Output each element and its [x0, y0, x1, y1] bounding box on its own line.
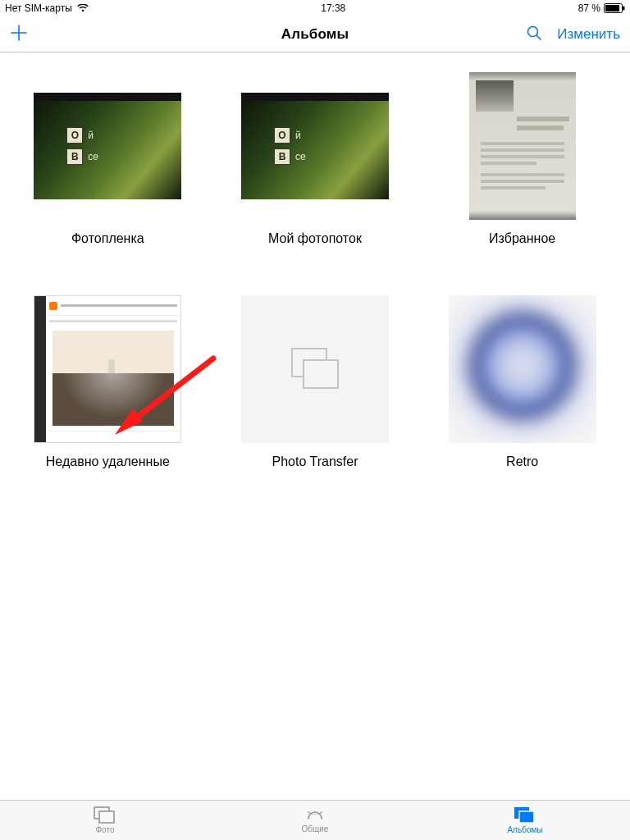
svg-rect-12 — [519, 811, 534, 823]
album-camera-roll[interactable]: Ой Все Фотопленка — [33, 72, 183, 246]
album-favorites[interactable]: Избранное — [447, 72, 597, 246]
album-thumbnail — [34, 295, 181, 443]
album-photo-transfer[interactable]: Photo Transfer — [240, 295, 390, 469]
album-name: Retro — [506, 454, 538, 469]
add-button[interactable] — [10, 23, 28, 46]
svg-rect-2 — [623, 7, 625, 11]
album-photo-stream[interactable]: Ой Все Мой фотопоток — [240, 72, 390, 246]
tab-label: Фото — [96, 825, 115, 834]
album-thumbnail — [241, 295, 389, 443]
album-name: Фотопленка — [71, 231, 144, 246]
svg-rect-6 — [304, 360, 338, 388]
album-thumbnail — [449, 72, 596, 220]
album-name: Photo Transfer — [272, 454, 358, 469]
album-retro[interactable]: Retro — [447, 295, 597, 469]
status-right: 87 % — [578, 2, 625, 14]
tab-photos[interactable]: Фото — [0, 801, 210, 840]
svg-rect-10 — [99, 811, 114, 823]
tab-shared[interactable]: Общие — [210, 801, 420, 840]
tab-albums[interactable]: Альбомы — [420, 801, 630, 840]
wifi-icon — [77, 4, 89, 12]
edit-button[interactable]: Изменить — [557, 26, 620, 43]
svg-rect-1 — [605, 5, 619, 11]
nav-left — [10, 23, 28, 46]
nav-right: Изменить — [526, 25, 620, 44]
album-thumbnail: Ой Все — [34, 72, 181, 220]
status-left: Нет SIM-карты — [5, 2, 89, 14]
album-recently-deleted[interactable]: Недавно удаленные — [33, 295, 183, 469]
album-thumbnail: Ой Все — [241, 72, 389, 220]
battery-icon — [604, 3, 625, 13]
tab-label: Общие — [302, 824, 329, 833]
content: Ой Все Фотопленка Ой Все Мой фотопоток — [0, 52, 630, 469]
svg-line-4 — [537, 35, 541, 39]
empty-album-icon — [291, 348, 339, 390]
tab-bar: Фото Общие Альбомы — [0, 800, 630, 840]
nav-bar: Альбомы Изменить — [0, 16, 630, 52]
carrier-text: Нет SIM-карты — [5, 2, 72, 14]
status-bar: Нет SIM-карты 17:38 87 % — [0, 0, 630, 16]
search-button[interactable] — [526, 25, 542, 44]
battery-pct: 87 % — [578, 2, 600, 14]
album-grid: Ой Все Фотопленка Ой Все Мой фотопоток — [33, 72, 597, 469]
album-name: Недавно удаленные — [46, 454, 170, 469]
album-name: Избранное — [489, 231, 555, 246]
album-name: Мой фотопоток — [268, 231, 362, 246]
tab-label: Альбомы — [507, 825, 542, 834]
status-time: 17:38 — [89, 2, 578, 14]
album-thumbnail — [449, 295, 596, 443]
